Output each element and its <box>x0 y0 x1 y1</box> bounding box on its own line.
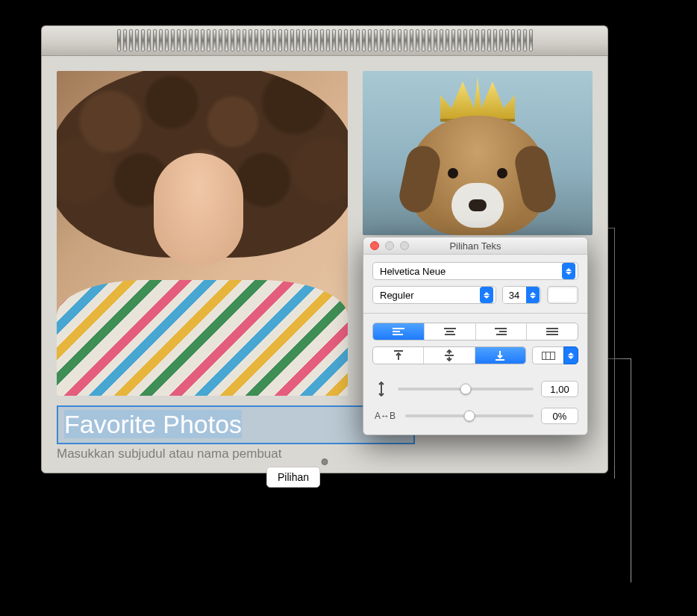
horizontal-align-segment <box>372 323 578 340</box>
options-button[interactable]: Pilihan <box>266 467 320 488</box>
line-spacing-value[interactable]: 1,00 <box>541 381 578 397</box>
font-size-field[interactable] <box>502 286 541 304</box>
font-style-value: Reguler <box>380 290 414 301</box>
panel-title: Pilihan Teks <box>363 240 587 252</box>
font-size-input[interactable] <box>503 287 525 303</box>
align-right-button[interactable] <box>476 323 528 340</box>
tracking-slider[interactable] <box>405 410 534 422</box>
align-left-button[interactable] <box>373 323 425 340</box>
tracking-icon: A↔B <box>372 411 398 421</box>
callout-line <box>631 358 631 582</box>
subtitle-text-field[interactable]: Masukkan subjudul atau nama pembuat <box>57 447 415 461</box>
line-spacing-icon <box>372 382 390 396</box>
font-style-select[interactable]: Reguler <box>372 286 496 304</box>
text-color-swatch[interactable] <box>547 286 578 304</box>
valign-top-button[interactable] <box>373 347 424 364</box>
chevron-updown-icon <box>562 263 575 279</box>
divider <box>363 313 587 314</box>
cover-photo-right[interactable] <box>363 71 593 235</box>
font-size-stepper[interactable] <box>526 287 540 303</box>
line-spacing-slider[interactable] <box>398 383 534 395</box>
columns-select[interactable] <box>532 346 578 364</box>
valign-middle-button[interactable] <box>424 347 475 364</box>
panel-titlebar[interactable]: Pilihan Teks <box>363 237 587 255</box>
title-text: Favorite Photos <box>64 410 242 438</box>
align-center-button[interactable] <box>425 323 476 340</box>
valign-bottom-button[interactable] <box>475 347 525 364</box>
chevron-updown-icon <box>480 287 493 303</box>
text-options-panel: Pilihan Teks Helvetica Neue Reguler <box>363 237 588 435</box>
tracking-value[interactable]: 0% <box>541 408 578 424</box>
font-family-value: Helvetica Neue <box>380 266 446 277</box>
columns-icon <box>532 346 563 364</box>
callout-line <box>614 228 615 479</box>
font-family-select[interactable]: Helvetica Neue <box>372 262 578 280</box>
align-justify-button[interactable] <box>527 323 578 340</box>
spiral-binding: // generated below by the main hydrator … <box>41 25 608 55</box>
vertical-align-segment <box>372 346 526 364</box>
cover-photo-left[interactable] <box>57 71 348 396</box>
title-text-field[interactable]: Favorite Photos <box>57 405 415 444</box>
page-indicator-dot <box>322 458 328 465</box>
chevron-updown-icon <box>563 346 578 364</box>
